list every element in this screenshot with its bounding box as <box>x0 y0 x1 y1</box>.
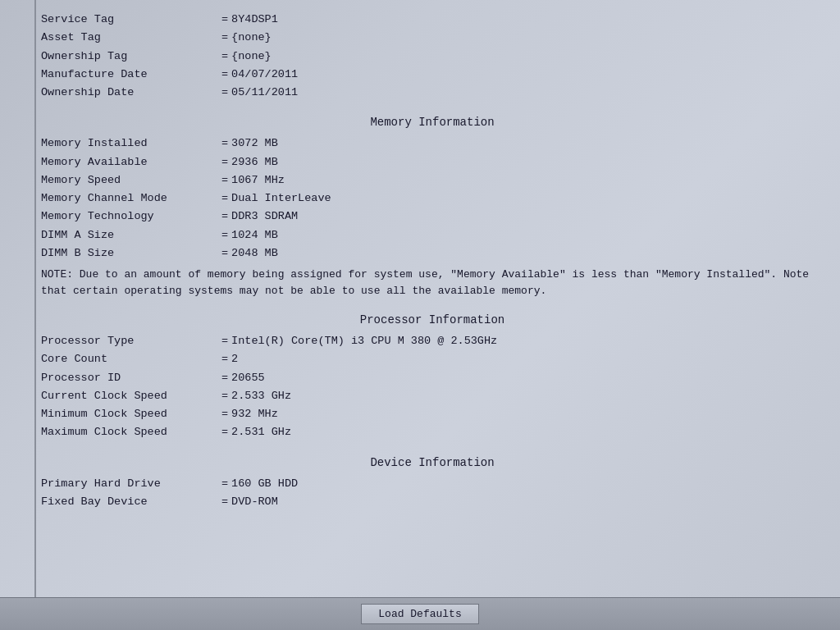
memory-installed-label: Memory Installed <box>41 135 221 152</box>
dimm-b-size-value: 2048 MB <box>231 245 278 262</box>
manufacture-date-label: Manufacture Date <box>41 66 221 83</box>
processor-type-row: Processor Type = Intel(R) Core(TM) i3 CP… <box>41 333 824 349</box>
asset-tag-row: Asset Tag = {none} <box>41 30 824 46</box>
dimm-b-size-row: DIMM B Size = 2048 MB <box>41 245 824 262</box>
core-count-row: Core Count = 2 <box>41 351 824 368</box>
manufacture-date-row: Manufacture Date = 04/07/2011 <box>41 66 824 83</box>
service-tag-value: 8Y4DSP1 <box>231 11 278 28</box>
memory-installed-value: 3072 MB <box>231 135 278 152</box>
bios-screen: Service Tag = 8Y4DSP1 Asset Tag = {none}… <box>0 0 840 630</box>
dimm-a-size-label: DIMM A Size <box>41 227 221 244</box>
bottom-bar: Load Defaults <box>0 597 840 630</box>
memory-speed-value: 1067 MHz <box>231 172 285 189</box>
ownership-tag-row: Ownership Tag = {none} <box>41 48 824 65</box>
ownership-section: Service Tag = 8Y4DSP1 Asset Tag = {none}… <box>41 11 824 101</box>
fixed-bay-device-label: Fixed Bay Device <box>41 494 221 510</box>
maximum-clock-speed-row: Maximum Clock Speed = 2.531 GHz <box>41 424 824 441</box>
current-clock-speed-row: Current Clock Speed = 2.533 GHz <box>41 388 824 404</box>
minimum-clock-speed-row: Minimum Clock Speed = 932 MHz <box>41 406 824 422</box>
memory-available-value: 2936 MB <box>231 154 278 171</box>
memory-installed-row: Memory Installed = 3072 MB <box>41 135 824 152</box>
dimm-a-size-value: 1024 MB <box>231 227 278 244</box>
fixed-bay-device-value: DVD-ROM <box>231 494 278 510</box>
minimum-clock-speed-label: Minimum Clock Speed <box>41 406 221 422</box>
memory-available-label: Memory Available <box>41 154 221 171</box>
memory-channel-mode-value: Dual InterLeave <box>231 190 331 207</box>
primary-hard-drive-value: 160 GB HDD <box>231 476 298 492</box>
memory-technology-row: Memory Technology = DDR3 SDRAM <box>41 208 824 225</box>
memory-speed-label: Memory Speed <box>41 172 221 189</box>
memory-section-title: Memory Information <box>41 116 824 129</box>
memory-section: Memory Information Memory Installed = 30… <box>41 116 824 299</box>
processor-type-label: Processor Type <box>41 333 221 349</box>
processor-id-label: Processor ID <box>41 370 221 386</box>
dimm-b-size-label: DIMM B Size <box>41 245 221 262</box>
memory-speed-row: Memory Speed = 1067 MHz <box>41 172 824 189</box>
ownership-tag-value: {none} <box>231 48 272 65</box>
fixed-bay-device-row: Fixed Bay Device = DVD-ROM <box>41 494 824 510</box>
processor-section-title: Processor Information <box>41 313 824 326</box>
asset-tag-label: Asset Tag <box>41 30 221 46</box>
ownership-tag-label: Ownership Tag <box>41 48 221 65</box>
ownership-date-row: Ownership Date = 05/11/2011 <box>41 84 824 101</box>
memory-note: NOTE: Due to an amount of memory being a… <box>41 267 824 299</box>
manufacture-date-value: 04/07/2011 <box>231 66 298 83</box>
ownership-date-value: 05/11/2011 <box>231 84 298 101</box>
maximum-clock-speed-value: 2.531 GHz <box>231 424 291 441</box>
memory-channel-mode-row: Memory Channel Mode = Dual InterLeave <box>41 190 824 207</box>
dimm-a-size-row: DIMM A Size = 1024 MB <box>41 227 824 244</box>
load-defaults-button[interactable]: Load Defaults <box>361 604 478 624</box>
current-clock-speed-label: Current Clock Speed <box>41 388 221 404</box>
primary-hard-drive-label: Primary Hard Drive <box>41 476 221 492</box>
memory-technology-label: Memory Technology <box>41 208 221 225</box>
maximum-clock-speed-label: Maximum Clock Speed <box>41 424 221 441</box>
core-count-value: 2 <box>231 351 238 368</box>
ownership-date-label: Ownership Date <box>41 84 221 101</box>
service-tag-row: Service Tag = 8Y4DSP1 <box>41 11 824 28</box>
current-clock-speed-value: 2.533 GHz <box>231 388 291 404</box>
memory-technology-value: DDR3 SDRAM <box>231 208 298 225</box>
primary-hard-drive-row: Primary Hard Drive = 160 GB HDD <box>41 476 824 492</box>
asset-tag-value: {none} <box>231 30 272 46</box>
content-area: Service Tag = 8Y4DSP1 Asset Tag = {none}… <box>0 0 840 597</box>
memory-available-row: Memory Available = 2936 MB <box>41 154 824 171</box>
minimum-clock-speed-value: 932 MHz <box>231 406 278 422</box>
device-section: Device Information Primary Hard Drive = … <box>41 456 824 511</box>
core-count-label: Core Count <box>41 351 221 368</box>
processor-id-value: 20655 <box>231 370 265 386</box>
processor-id-row: Processor ID = 20655 <box>41 370 824 386</box>
processor-section: Processor Information Processor Type = I… <box>41 313 824 441</box>
processor-type-value: Intel(R) Core(TM) i3 CPU M 380 @ 2.53GHz <box>231 333 497 349</box>
device-section-title: Device Information <box>41 456 824 469</box>
service-tag-label: Service Tag <box>41 11 221 28</box>
memory-channel-mode-label: Memory Channel Mode <box>41 190 221 207</box>
